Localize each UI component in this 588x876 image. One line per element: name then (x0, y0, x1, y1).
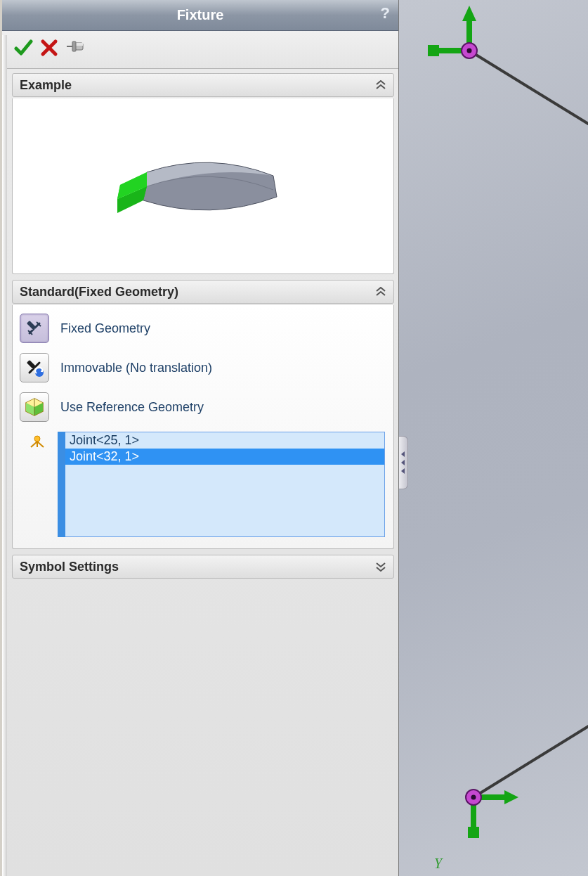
option-immovable[interactable]: Immovable (No translation) (18, 353, 388, 382)
pin-button[interactable] (65, 40, 86, 59)
panel-body: Example (2, 69, 398, 876)
section-header-standard[interactable]: Standard(Fixed Geometry) (12, 280, 394, 304)
fixed-geometry-icon[interactable] (20, 314, 49, 343)
panel-title: Fixture (177, 7, 224, 23)
svg-rect-4 (72, 41, 76, 51)
joint-icon (22, 432, 52, 537)
option-fixed-geometry[interactable]: Fixed Geometry (18, 314, 388, 343)
example-preview (12, 98, 394, 274)
collapse-icon (375, 287, 386, 297)
joint-triad-bottom (399, 686, 588, 855)
flyout-tab[interactable] (399, 436, 408, 489)
section-title-example: Example (20, 78, 72, 93)
svg-line-22 (37, 442, 44, 447)
reference-geometry-icon[interactable] (20, 392, 49, 422)
help-button[interactable]: ? (381, 4, 390, 22)
selection-row: Joint<25, 1> Joint<32, 1> (18, 432, 388, 537)
svg-line-30 (473, 709, 588, 797)
joint-triad-top (399, 0, 588, 162)
cancel-button[interactable] (40, 39, 58, 60)
graphics-viewport[interactable]: Y (399, 0, 588, 876)
section-title-standard: Standard(Fixed Geometry) (20, 285, 178, 299)
svg-marker-27 (462, 6, 476, 21)
immovable-icon[interactable] (20, 353, 49, 382)
svg-point-29 (467, 49, 472, 53)
option-label: Use Reference Geometry (60, 400, 204, 415)
svg-line-23 (469, 51, 588, 137)
collapse-icon (375, 80, 386, 90)
selection-handle[interactable] (58, 432, 65, 537)
svg-rect-34 (468, 827, 479, 838)
option-label: Immovable (No translation) (60, 361, 212, 375)
section-title-symbol: Symbol Settings (20, 560, 119, 574)
svg-rect-3 (75, 43, 83, 46)
panel-titlebar: Fixture ? (2, 0, 398, 31)
axis-label-y: Y (434, 856, 442, 872)
panel-toolbar (2, 31, 398, 69)
svg-point-36 (471, 795, 476, 800)
svg-marker-32 (504, 790, 518, 804)
section-header-example[interactable]: Example (12, 73, 394, 97)
svg-rect-25 (428, 45, 439, 56)
section-header-symbol-settings[interactable]: Symbol Settings (12, 555, 394, 579)
svg-point-19 (34, 436, 40, 442)
panel-edge (2, 35, 7, 876)
selection-item[interactable]: Joint<25, 1> (65, 432, 384, 449)
option-label: Fixed Geometry (60, 321, 150, 336)
selection-listbox[interactable]: Joint<25, 1> Joint<32, 1> (65, 432, 385, 537)
option-reference-geometry[interactable]: Use Reference Geometry (18, 392, 388, 422)
selection-item[interactable]: Joint<32, 1> (65, 449, 384, 465)
expand-icon (375, 562, 386, 572)
standard-section-body: Fixed Geometry Immovable (No translation… (12, 305, 394, 549)
svg-line-21 (31, 442, 37, 447)
ok-button[interactable] (13, 38, 33, 61)
fixture-property-panel: Fixture ? (0, 0, 399, 876)
